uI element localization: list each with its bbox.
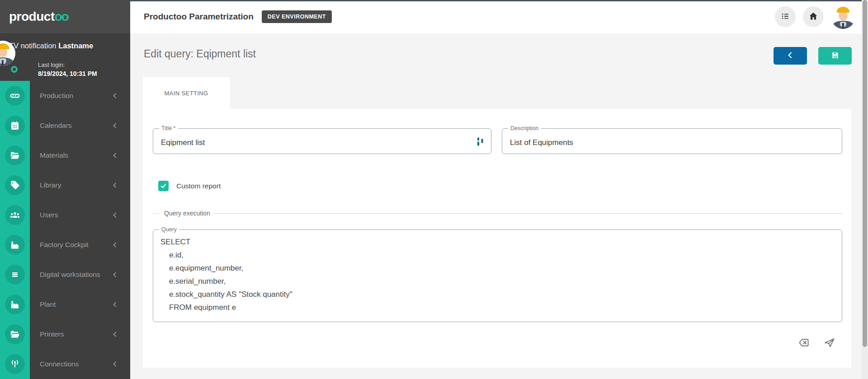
bulleted-list-button[interactable] (775, 6, 796, 27)
save-button[interactable] (818, 47, 852, 65)
folder-open-icon (5, 324, 25, 344)
sidebar-item-label: Production (40, 92, 73, 100)
sidebar-item-printers[interactable]: Printers (0, 319, 130, 349)
factory-icon (5, 295, 25, 314)
translate-bars-icon[interactable] (477, 137, 484, 146)
sidebar-item-connections[interactable]: Connections (0, 349, 130, 379)
scrollbar-thumb[interactable] (863, 0, 867, 347)
main-setting-panel: Title * Description Custom report Query … (143, 109, 851, 368)
query-field-label: Query (159, 226, 179, 233)
sidebar-item-library[interactable]: Library (0, 170, 130, 200)
last-login-value: 8/19/2024, 10:31 PM (38, 70, 97, 77)
description-input[interactable] (502, 129, 842, 154)
back-button[interactable] (774, 47, 807, 65)
custom-report-label: Custom report (176, 182, 221, 190)
user-name-lastname: Lastname (58, 42, 93, 50)
sidebar-item-label: Users (40, 211, 58, 219)
clear-query-button[interactable] (797, 337, 811, 350)
avatar-helmet (837, 7, 849, 13)
chevron-left-icon (111, 211, 118, 219)
conveyor-icon (5, 86, 25, 106)
chevron-left-icon (786, 51, 795, 61)
query-execution-legend: Query execution (164, 210, 210, 217)
header-actions (775, 0, 855, 33)
divider-line (153, 213, 160, 214)
bulleted-list-icon (780, 11, 790, 23)
chevron-left-icon (111, 331, 118, 338)
sidebar-item-plant[interactable]: Plant (0, 290, 130, 319)
query-execution-divider: Query execution (153, 209, 842, 218)
status-ring-icon (11, 66, 18, 73)
sidebar-item-factory-cockpit[interactable]: Factory Cockpit (0, 230, 130, 260)
sidebar-item-label: Materials (40, 151, 68, 159)
title-field-label: Title * (159, 125, 178, 132)
logo-text-product: product (9, 9, 55, 23)
description-field: Description (502, 128, 842, 154)
chevron-left-icon (111, 182, 118, 189)
page-title: Edit query: Eqipment list (144, 48, 256, 60)
sidebar-item-users[interactable]: Users (0, 200, 130, 230)
chevron-left-icon (111, 271, 118, 278)
query-textarea[interactable]: SELECT e.id, e.equipment_number, e.seria… (153, 230, 842, 322)
chevron-left-icon (111, 122, 118, 129)
send-icon (823, 337, 835, 350)
chevron-left-icon (111, 241, 118, 248)
window-top-edge (130, 0, 868, 1)
sidebar-item-materials[interactable]: Materials (0, 140, 130, 170)
last-login-label: Last login: (38, 61, 65, 68)
chevron-left-icon (111, 152, 118, 159)
logo-block: productoo (0, 0, 130, 33)
factory-icon (5, 235, 25, 255)
floppy-save-icon (830, 51, 840, 61)
sidebar-item-label: Plant (40, 300, 56, 309)
title-field: Title * (153, 128, 491, 154)
top-header: Productoo Parametrization DEV ENVIRONMEN… (130, 0, 868, 33)
chevron-left-icon (111, 360, 118, 368)
query-field: Query SELECT e.id, e.equipment_number, e… (153, 229, 842, 322)
sidebar-user-name: TV notification Lastname (9, 42, 93, 50)
sidebar-item-label: Library (40, 181, 61, 189)
custom-report-checkbox-row[interactable]: Custom report (158, 181, 221, 191)
chevron-left-icon (111, 301, 118, 308)
sidebar-item-label: Digital workstations (40, 271, 100, 279)
user-name-prefix: TV notification (9, 42, 58, 50)
sidebar-menu: Production Calendars Materials (0, 81, 130, 379)
sidebar-item-label: Printers (40, 330, 64, 338)
sidebar: productoo TV notification Lastname Last … (0, 0, 130, 379)
app-title: Productoo Parametrization (144, 12, 254, 22)
avatar-tie (2, 60, 4, 66)
calendar-icon (5, 116, 25, 136)
scrollbar-track (862, 0, 868, 379)
query-actions (797, 337, 836, 350)
tab-main-setting[interactable]: MAIN SETTING (143, 77, 230, 109)
antenna-icon (5, 354, 25, 374)
checkbox-checked-icon[interactable] (158, 181, 169, 191)
sidebar-item-label: Calendars (40, 122, 72, 130)
title-input[interactable] (153, 129, 491, 154)
folder-open-icon (5, 145, 25, 165)
sidebar-item-digital-workstations[interactable]: Digital workstations (0, 260, 130, 290)
sidebar-item-calendars[interactable]: Calendars (0, 111, 130, 140)
sidebar-item-label: Connections (40, 360, 79, 368)
sidebar-item-production[interactable]: Production (0, 81, 130, 111)
tag-icon (5, 175, 25, 195)
description-field-label: Description (508, 125, 541, 132)
productoo-logo: productoo (9, 9, 68, 24)
app-root: productoo TV notification Lastname Last … (0, 0, 868, 379)
divider-line (214, 213, 842, 214)
list-lines-icon (5, 265, 25, 285)
tab-label: MAIN SETTING (164, 90, 208, 97)
sidebar-item-label: Factory Cockpit (40, 241, 89, 249)
avatar-tie (842, 23, 844, 29)
worker-avatar[interactable] (831, 5, 855, 29)
run-query-button[interactable] (822, 337, 836, 350)
backspace-icon (798, 337, 810, 350)
home-button[interactable] (803, 6, 824, 27)
logo-text-oo: oo (55, 9, 68, 23)
environment-badge: DEV ENVIRONMENT (262, 10, 332, 23)
chevron-left-icon (111, 92, 118, 99)
users-icon (5, 205, 25, 225)
home-icon (808, 11, 819, 23)
avatar-helmet (0, 43, 9, 49)
